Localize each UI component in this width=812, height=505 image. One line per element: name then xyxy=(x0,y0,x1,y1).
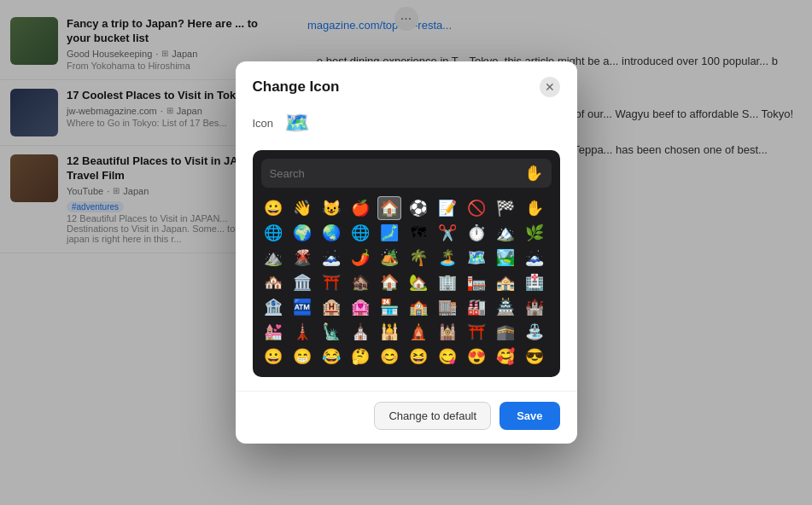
emoji-cell[interactable]: 🏩 xyxy=(348,295,372,319)
emoji-cell[interactable]: 🗼 xyxy=(290,320,314,344)
emoji-cell[interactable]: ⏱️ xyxy=(464,221,488,245)
emoji-cell[interactable]: 🏡 xyxy=(406,270,430,294)
change-icon-modal: Change Icon ✕ Icon 🗺️ ✋ 😀👋😺🍎🏠⚽📝🚫🏁✋� xyxy=(236,61,577,444)
emoji-cell[interactable]: 🏔️ xyxy=(494,221,517,245)
search-row: ✋ xyxy=(261,159,552,188)
emoji-cell[interactable]: 🛕 xyxy=(406,320,430,344)
change-to-default-button[interactable]: Change to default xyxy=(374,402,491,430)
emoji-cell[interactable]: 😺 xyxy=(319,196,343,220)
emoji-cell[interactable]: 🗻 xyxy=(523,246,546,270)
emoji-cell[interactable]: 🏫 xyxy=(406,295,430,319)
icon-label: Icon xyxy=(253,117,274,130)
emoji-cell[interactable]: 🌍 xyxy=(290,221,314,245)
emoji-cell[interactable]: 😋 xyxy=(435,345,459,369)
emoji-cell[interactable]: 🍎 xyxy=(348,196,372,220)
emoji-cell[interactable]: 🏥 xyxy=(523,270,546,294)
emoji-cell[interactable]: 🗻 xyxy=(319,246,343,270)
modal-title: Change Icon xyxy=(253,78,340,96)
modal-footer: Change to default Save xyxy=(236,391,577,444)
close-icon: ✕ xyxy=(545,80,555,94)
emoji-cell[interactable]: 🕍 xyxy=(435,320,459,344)
modal-header: Change Icon ✕ xyxy=(236,61,577,107)
emoji-cell[interactable]: 🏞️ xyxy=(494,246,517,270)
emoji-cell[interactable]: 🌐 xyxy=(348,221,372,245)
emoji-cell[interactable]: ⛩️ xyxy=(319,270,343,294)
emoji-cell[interactable]: 😂 xyxy=(319,345,343,369)
emoji-cell[interactable]: 🌿 xyxy=(523,221,546,245)
hand-wave-icon: ✋ xyxy=(524,164,543,183)
emoji-cell[interactable]: 🏰 xyxy=(523,295,546,319)
emoji-cell[interactable]: 😊 xyxy=(377,345,401,369)
emoji-cell[interactable]: 🚫 xyxy=(464,196,488,220)
emoji-cell[interactable]: 🏠 xyxy=(377,270,401,294)
emoji-cell[interactable]: 😀 xyxy=(261,196,285,220)
emoji-cell[interactable]: 🏛️ xyxy=(290,270,314,294)
emoji-cell[interactable]: 💒 xyxy=(261,320,285,344)
emoji-cell[interactable]: 🏧 xyxy=(290,295,314,319)
emoji-cell[interactable]: 🏬 xyxy=(435,295,459,319)
emoji-cell[interactable]: 🏣 xyxy=(464,270,488,294)
close-button[interactable]: ✕ xyxy=(540,77,560,97)
emoji-cell[interactable]: 🗺 xyxy=(406,221,430,245)
emoji-cell[interactable]: 🏝️ xyxy=(435,246,459,270)
emoji-cell[interactable]: 🏘️ xyxy=(261,270,285,294)
emoji-cell[interactable]: ✋ xyxy=(523,196,546,220)
emoji-cell[interactable]: 🏠 xyxy=(377,196,401,220)
emoji-cell[interactable]: 🌋 xyxy=(290,246,314,270)
emoji-cell[interactable]: 🌶️ xyxy=(348,246,372,270)
emoji-cell[interactable]: 🏦 xyxy=(261,295,285,319)
emoji-cell[interactable]: 😍 xyxy=(464,345,488,369)
emoji-cell[interactable]: 🌐 xyxy=(261,221,285,245)
emoji-cell[interactable]: 😆 xyxy=(406,345,430,369)
emoji-cell[interactable]: ⛪ xyxy=(348,320,372,344)
emoji-cell[interactable]: 🏢 xyxy=(435,270,459,294)
emoji-cell[interactable]: 🏤 xyxy=(494,270,517,294)
emoji-cell[interactable]: 🏨 xyxy=(319,295,343,319)
emoji-cell[interactable]: 🗽 xyxy=(319,320,343,344)
emoji-cell[interactable]: 🗺️ xyxy=(464,246,488,270)
modal-overlay: Change Icon ✕ Icon 🗺️ ✋ 😀👋😺🍎🏠⚽📝🚫🏁✋� xyxy=(0,0,812,505)
emoji-cell[interactable]: ✂️ xyxy=(435,221,459,245)
emoji-cell[interactable]: 🕋 xyxy=(494,320,517,344)
emoji-cell[interactable]: 🏁 xyxy=(494,196,517,220)
emoji-cell[interactable]: ⛰️ xyxy=(261,246,285,270)
emoji-grid: 😀👋😺🍎🏠⚽📝🚫🏁✋🌐🌍🌏🌐🗾🗺✂️⏱️🏔️🌿⛰️🌋🗻🌶️🏕️🌴🏝️🗺️🏞️🗻🏘… xyxy=(261,196,552,369)
emoji-cell[interactable]: 😀 xyxy=(261,345,285,369)
emoji-picker: ✋ 😀👋😺🍎🏠⚽📝🚫🏁✋🌐🌍🌏🌐🗾🗺✂️⏱️🏔️🌿⛰️🌋🗻🌶️🏕️🌴🏝️🗺️🏞️… xyxy=(253,150,560,377)
icon-row: Icon 🗺️ xyxy=(253,107,560,138)
emoji-cell[interactable]: 🤔 xyxy=(348,345,372,369)
emoji-cell[interactable]: 😁 xyxy=(290,345,314,369)
emoji-cell[interactable]: 🏭 xyxy=(464,295,488,319)
modal-body: Icon 🗺️ ✋ 😀👋😺🍎🏠⚽📝🚫🏁✋🌐🌍🌏🌐🗾🗺✂️⏱️🏔️🌿⛰️🌋🗻🌶️🏕… xyxy=(236,107,577,391)
save-button[interactable]: Save xyxy=(499,402,559,430)
emoji-cell[interactable]: 🏪 xyxy=(377,295,401,319)
emoji-cell[interactable]: 🕌 xyxy=(377,320,401,344)
emoji-cell[interactable]: 👋 xyxy=(290,196,314,220)
current-icon-display: 🗺️ xyxy=(282,107,313,138)
emoji-cell[interactable]: ⚽ xyxy=(406,196,430,220)
emoji-cell[interactable]: 🏚️ xyxy=(348,270,372,294)
emoji-cell[interactable]: 🏕️ xyxy=(377,246,401,270)
emoji-cell[interactable]: ⛲ xyxy=(523,320,546,344)
emoji-search-input[interactable] xyxy=(270,167,519,180)
emoji-cell[interactable]: ⛩️ xyxy=(464,320,488,344)
emoji-cell[interactable]: 📝 xyxy=(435,196,459,220)
emoji-cell[interactable]: 🏯 xyxy=(494,295,517,319)
emoji-cell[interactable]: 😎 xyxy=(523,345,546,369)
emoji-cell[interactable]: 🌴 xyxy=(406,246,430,270)
emoji-cell[interactable]: 🗾 xyxy=(377,221,401,245)
emoji-cell[interactable]: 🥰 xyxy=(494,345,517,369)
emoji-cell[interactable]: 🌏 xyxy=(319,221,343,245)
